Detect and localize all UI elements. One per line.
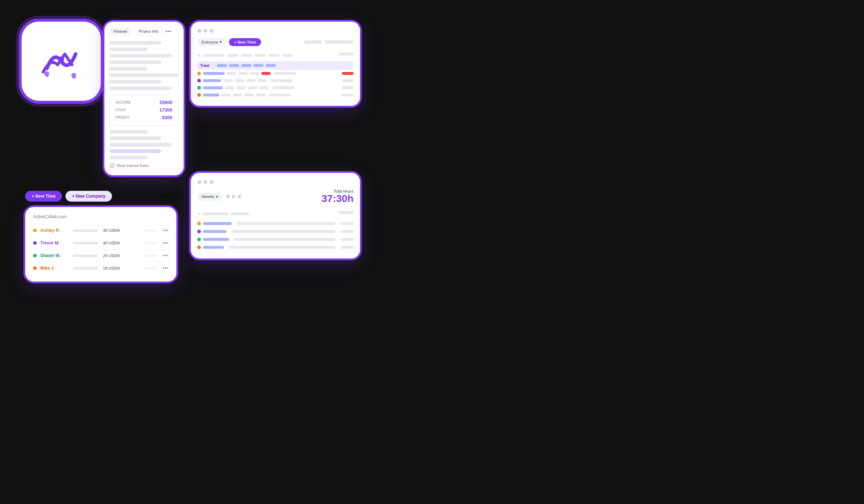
- people-panel: ActiveCollab.com Ashley R. 40 USD/h ••• …: [25, 207, 176, 282]
- sk8: [109, 86, 172, 90]
- sk7: [109, 80, 161, 84]
- day4-2: [260, 86, 269, 89]
- weekly-win-dot-1: [197, 180, 201, 184]
- tab-more-icon[interactable]: •••: [166, 28, 172, 34]
- time-row-0: [197, 70, 354, 77]
- sk6: [109, 73, 179, 77]
- dot-purple-1: [197, 79, 201, 82]
- person-more-3[interactable]: •••: [162, 265, 168, 271]
- weekly-dot-1: [197, 230, 201, 233]
- person-tag-1: [143, 242, 157, 244]
- weekly-col-sk1: [203, 212, 228, 215]
- day5-3: [269, 94, 291, 96]
- col-sk1: [203, 54, 225, 57]
- win-dot-1: [197, 29, 201, 33]
- weekly-name-2: [203, 238, 229, 241]
- total-hours-block: Total Hours 37:30h: [321, 189, 354, 204]
- person-row-1: Trevor M. 40 USD/h •••: [33, 237, 168, 249]
- sk5: [109, 67, 148, 71]
- sk12: [109, 149, 161, 153]
- weekly-row-3: [197, 243, 354, 251]
- weekly-row-0: [197, 220, 354, 228]
- name-bar-2: [203, 86, 223, 89]
- day1-3: [221, 94, 231, 96]
- day2-1: [235, 79, 244, 82]
- wd-1: [226, 195, 230, 198]
- window-controls: [197, 29, 354, 33]
- weekly-dot-0: [197, 222, 201, 225]
- weekly-dropdown-icon: ▾: [216, 194, 218, 199]
- tab-project-info[interactable]: Project Info: [134, 27, 163, 35]
- time-panel-header: Everyone ▾ + New Time: [197, 38, 354, 46]
- everyone-filter[interactable]: Everyone ▾: [197, 38, 226, 46]
- person-more-1[interactable]: •••: [162, 240, 168, 246]
- income-row: INCOME 25600: [116, 100, 172, 105]
- svg-point-1: [110, 163, 114, 168]
- total-label: Total: [200, 63, 215, 68]
- weekly-mid-1: [231, 230, 336, 233]
- win-dot-3: [210, 29, 213, 33]
- day1-0: [227, 72, 236, 75]
- dot-green-2: [197, 86, 201, 90]
- person-more-0[interactable]: •••: [162, 227, 168, 234]
- project-panel: Forever Project Info ••• INCOME 25600 CO…: [104, 22, 184, 175]
- weekly-dot-2: [197, 238, 201, 241]
- header-sk2: [325, 40, 354, 44]
- win-dot-2: [203, 29, 207, 33]
- tab-forever[interactable]: Forever: [109, 28, 132, 35]
- col-sk3: [241, 54, 252, 57]
- col-sk5: [269, 54, 279, 57]
- weekly-name-3: [203, 246, 224, 249]
- col-sk7: [339, 53, 354, 55]
- person-name-1: Trevor M.: [40, 240, 69, 246]
- day5-1: [271, 79, 292, 82]
- sk1: [109, 41, 161, 45]
- everyone-label: Everyone: [202, 40, 218, 44]
- total-0: [342, 72, 354, 75]
- name-bar-0: [203, 72, 225, 75]
- person-row-2: Shawn W. 24 USD/h •••: [33, 249, 168, 262]
- cost-label: COST: [116, 108, 126, 112]
- project-tabs: Forever Project Info •••: [109, 27, 179, 35]
- income-value: 25600: [159, 100, 172, 105]
- col-sk6: [282, 54, 293, 57]
- dot-shawn: [33, 254, 37, 257]
- sk4: [109, 60, 161, 64]
- sk13: [109, 156, 148, 159]
- person-row-0: Ashley R. 40 USD/h •••: [33, 224, 168, 237]
- name-bar-1: [203, 79, 221, 82]
- new-company-button[interactable]: + New Company: [66, 191, 112, 202]
- weekly-col-sk3: [339, 211, 354, 214]
- person-more-2[interactable]: •••: [162, 252, 168, 259]
- person-name-0: Ashley R.: [40, 228, 69, 233]
- total-1: [342, 79, 354, 82]
- weekly-row-1: [197, 228, 354, 235]
- new-time-button[interactable]: + New Time: [229, 38, 261, 46]
- dot-ashley: [33, 229, 37, 232]
- header-sk1: [304, 40, 322, 44]
- income-box: INCOME 25600 COST 17300 PROFIT 8300: [109, 94, 179, 126]
- person-tag-0: [143, 229, 157, 232]
- sk2: [109, 48, 148, 51]
- dot-yellow-0: [197, 72, 201, 75]
- weekly-total-2: [341, 238, 354, 241]
- total-bar-4: [253, 64, 264, 67]
- total-row: Total: [197, 61, 354, 70]
- col-dot: [197, 54, 200, 57]
- new-time-sm-button[interactable]: + New Time: [25, 191, 62, 202]
- total-3: [342, 94, 354, 96]
- sk10: [109, 136, 161, 140]
- person-tag-2: [143, 255, 157, 257]
- person-rate-1: 40 USD/h: [103, 241, 120, 245]
- weekly-filter[interactable]: Weekly ▾: [197, 193, 222, 201]
- weekly-row-2: [197, 235, 354, 243]
- sk9: [109, 130, 148, 134]
- person-row-3: Mike J. 18 USD/h •••: [33, 262, 168, 274]
- day1-1: [223, 79, 233, 82]
- total-bar-2: [229, 64, 239, 67]
- app-icon: [22, 22, 101, 101]
- weekly-total-3: [341, 246, 354, 249]
- weekly-win-dot-2: [203, 180, 207, 184]
- total-2: [342, 86, 354, 89]
- new-buttons-bar: + New Time + New Company: [25, 191, 112, 202]
